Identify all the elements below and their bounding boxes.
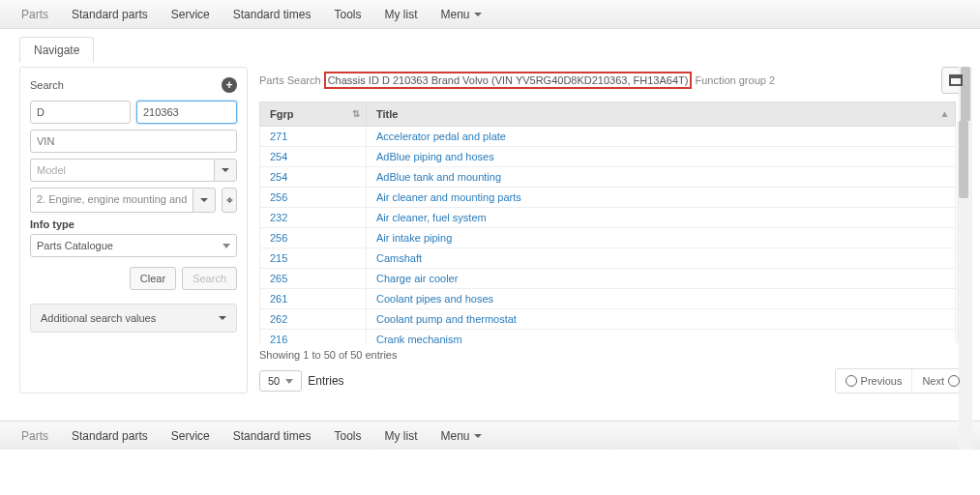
breadcrumb: Parts Search Chassis ID D 210363 Brand V… [259, 72, 937, 89]
table-row: 261Coolant pipes and hoses [260, 289, 956, 309]
table-row: 232Air cleaner, fuel system [260, 208, 956, 228]
title-link[interactable]: Air intake piping [376, 232, 452, 244]
pagination: Previous Next [835, 368, 970, 393]
title-link[interactable]: Air cleaner and mounting parts [376, 191, 521, 203]
model-dropdown-button[interactable] [214, 159, 237, 182]
table-row: 256Air intake piping [260, 228, 956, 248]
fgrp-link[interactable]: 261 [270, 293, 287, 305]
table-row: 254AdBlue tank and mounting [260, 167, 956, 188]
nav-tools[interactable]: Tools [322, 8, 372, 21]
clear-button[interactable]: Clear [130, 267, 176, 290]
crosshair-icon: ⌖ [226, 193, 233, 207]
bottom-navbar: Parts Standard parts Service Standard ti… [0, 421, 980, 450]
title-link[interactable]: Accelerator pedal and plate [376, 131, 506, 142]
title-link[interactable]: Coolant pump and thermostat [376, 313, 517, 325]
table-row: 216Crank mechanism [260, 330, 956, 344]
breadcrumb-highlight: Chassis ID D 210363 Brand Volvo (VIN YV5… [324, 72, 693, 89]
table-row: 254AdBlue piping and hoses [260, 147, 956, 167]
fgrp-link[interactable]: 262 [270, 313, 287, 325]
add-icon[interactable]: + [222, 77, 237, 93]
nav-standard-parts[interactable]: Standard parts [60, 8, 160, 21]
fgrp-link[interactable]: 271 [270, 131, 287, 142]
entries-label: Entries [308, 374, 343, 388]
nav2-tools[interactable]: Tools [322, 429, 372, 443]
search-heading: Search [30, 79, 64, 91]
col-title[interactable]: Title▲ [367, 102, 956, 127]
function-group-dropdown-button[interactable] [193, 188, 216, 213]
fgrp-link[interactable]: 256 [270, 191, 287, 203]
vin-input[interactable] [30, 130, 237, 153]
title-link[interactable]: Air cleaner, fuel system [376, 212, 487, 223]
fgrp-link[interactable]: 254 [270, 171, 287, 183]
search-panel: Search + Model 2. Engine, engine mountin… [19, 67, 248, 393]
target-button[interactable]: ⌖ [222, 188, 237, 213]
top-navbar: Parts Standard parts Service Standard ti… [0, 0, 980, 29]
table-scroll-thumb[interactable] [959, 121, 968, 198]
nav2-parts[interactable]: Parts [10, 429, 60, 443]
title-link[interactable]: AdBlue piping and hoses [376, 151, 494, 162]
chevron-down-icon [223, 244, 230, 248]
entries-info: Showing 1 to 50 of 50 entries [259, 349, 970, 361]
additional-search-values[interactable]: Additional search values [30, 304, 237, 333]
fgrp-link[interactable]: 216 [270, 334, 287, 343]
title-link[interactable]: AdBlue tank and mounting [376, 171, 501, 183]
chevron-down-icon [200, 198, 208, 202]
chevron-down-icon [474, 434, 482, 438]
fgrp-link[interactable]: 256 [270, 232, 287, 244]
fgrp-link[interactable]: 254 [270, 151, 287, 162]
nav-standard-times[interactable]: Standard times [222, 8, 323, 21]
tab-bar: Navigate [0, 29, 980, 63]
title-link[interactable]: Charge air cooler [376, 273, 458, 284]
chevron-down-icon [222, 168, 229, 172]
table-row: 271Accelerator pedal and plate [260, 127, 956, 147]
chassis-prefix-input[interactable] [30, 101, 131, 124]
arrow-right-icon [948, 375, 960, 387]
nav-parts[interactable]: Parts [10, 8, 60, 21]
search-button[interactable]: Search [182, 267, 237, 290]
chassis-number-input[interactable] [136, 101, 237, 124]
nav-service[interactable]: Service [160, 8, 222, 21]
results-area: Parts Search Chassis ID D 210363 Brand V… [259, 67, 970, 393]
info-type-label: Info type [30, 218, 237, 230]
title-link[interactable]: Camshaft [376, 252, 422, 264]
previous-button[interactable]: Previous [836, 369, 912, 393]
info-type-select[interactable]: Parts Catalogue [30, 234, 237, 257]
nav2-standard-times[interactable]: Standard times [222, 429, 323, 443]
nav2-service[interactable]: Service [160, 429, 222, 443]
chevron-down-icon [474, 13, 482, 16]
col-fgrp[interactable]: Fgrp⇅ [260, 102, 367, 127]
function-group-select[interactable]: 2. Engine, engine mounting and [30, 188, 193, 213]
nav2-menu[interactable]: Menu [429, 429, 492, 443]
table-row: 262Coolant pump and thermostat [260, 309, 956, 330]
table-row: 265Charge air cooler [260, 269, 956, 289]
chevron-down-icon [285, 379, 293, 384]
nav2-standard-parts[interactable]: Standard parts [60, 429, 160, 443]
fgrp-link[interactable]: 232 [270, 212, 287, 223]
nav-menu[interactable]: Menu [429, 8, 492, 21]
model-select[interactable]: Model [30, 159, 237, 182]
chevron-down-icon [219, 316, 226, 320]
sort-icon: ⇅ [352, 108, 360, 119]
fgrp-link[interactable]: 265 [270, 273, 287, 284]
tab-navigate[interactable]: Navigate [19, 37, 94, 63]
nav2-my-list[interactable]: My list [372, 429, 429, 443]
table-row: 256Air cleaner and mounting parts [260, 188, 956, 208]
nav-my-list[interactable]: My list [372, 8, 429, 21]
page-size-select[interactable]: 50 [259, 370, 302, 392]
table-row: 215Camshaft [260, 248, 956, 269]
results-table: Fgrp⇅ Title▲ 271Accelerator pedal and pl… [259, 102, 956, 343]
title-link[interactable]: Coolant pipes and hoses [376, 293, 493, 305]
arrow-left-icon [846, 375, 857, 387]
sort-asc-icon: ▲ [939, 108, 949, 119]
fgrp-link[interactable]: 215 [270, 252, 287, 264]
printer-icon [949, 74, 963, 86]
title-link[interactable]: Crank mechanism [376, 334, 462, 343]
